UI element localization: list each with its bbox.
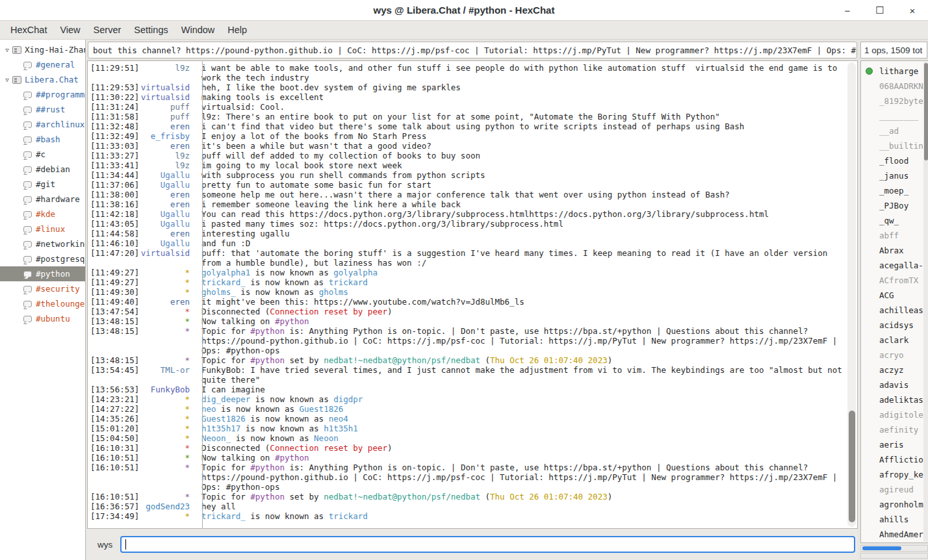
server-row[interactable]: ▽Xing-Hai-Zhan	[0, 42, 85, 57]
message-row: [11:49:27]*trickard_ is now known as tri…	[88, 277, 857, 287]
user-row[interactable]: _flood	[861, 153, 928, 168]
user-row[interactable]: ________	[861, 108, 928, 123]
user-row[interactable]: AhmedAmer	[861, 527, 928, 542]
message-text: I enjoy a lot of the books from No Starh…	[201, 131, 426, 141]
user-nick: aeris	[879, 440, 904, 450]
user-row[interactable]: ACG	[861, 288, 928, 303]
message-nick: virtualsid	[137, 83, 195, 92]
message-link[interactable]: https://docs.python.org/3/library/subpro…	[289, 209, 769, 219]
channel-icon	[23, 92, 32, 98]
user-row[interactable]: _qw_	[861, 213, 928, 228]
menu-server[interactable]: Server	[87, 25, 128, 35]
timestamp: [13:48:15]	[88, 326, 137, 336]
menu-settings[interactable]: Settings	[127, 25, 174, 35]
channel-row-c[interactable]: #c	[0, 147, 85, 162]
user-row[interactable]: adeliktas	[861, 392, 928, 407]
userlist-scrollbar-thumb[interactable]	[924, 63, 928, 160]
user-row[interactable]: _moep_	[861, 183, 928, 198]
minimize-icon[interactable]: −	[841, 5, 854, 16]
user-row[interactable]: adigitole	[861, 407, 928, 422]
user-row[interactable]: afropy_ke	[861, 467, 928, 482]
userlist-hscrollbar[interactable]	[860, 545, 928, 552]
timestamp: [16:10:51]	[88, 453, 137, 463]
channel-icon	[23, 286, 32, 292]
user-row[interactable]: acidsys	[861, 318, 928, 333]
user-row[interactable]: acegalla-	[861, 258, 928, 273]
user-row[interactable]: _janus	[861, 168, 928, 183]
channel-row-archlinux[interactable]: #archlinux	[0, 117, 85, 132]
message-text: h1t35h17	[201, 424, 240, 433]
message-link[interactable]: https://www.youtube.com/watch?v=Jd8ulMb6…	[314, 297, 524, 307]
timestamp: [11:33:41]	[88, 160, 137, 170]
channel-row-bash[interactable]: #bash	[0, 132, 85, 147]
user-row[interactable]: agronholm	[861, 497, 928, 512]
user-row[interactable]: acryo	[861, 348, 928, 363]
channel-row-debian[interactable]: #debian	[0, 162, 85, 177]
message-row: [11:49:30]*gholms_ is now known as gholm…	[88, 287, 857, 297]
menu-window[interactable]: Window	[175, 25, 222, 35]
channel-row-kde[interactable]: #kde	[0, 207, 85, 222]
maximize-icon[interactable]: ☐	[873, 5, 886, 16]
user-row[interactable]: ACfromTX	[861, 273, 928, 288]
message-row: [11:34:44]Ugalluwith subprocess you run …	[88, 170, 857, 180]
topic-bar[interactable]: bout this channel? https://pound-python.…	[88, 42, 857, 58]
channel-row-git[interactable]: #git	[0, 177, 85, 192]
channel-row-general[interactable]: #general	[0, 57, 85, 72]
user-row[interactable]: litharge	[861, 64, 928, 79]
message-body: neo is now known as Guest1826	[195, 404, 857, 414]
message-body: heh, I like the boot.dev system of givin…	[195, 83, 857, 92]
message-input[interactable]	[120, 536, 855, 553]
channel-row-postgresql[interactable]: #postgresql	[0, 251, 85, 266]
message-nick: *	[137, 277, 195, 287]
bottom-scrollbar-track[interactable]	[860, 553, 928, 559]
user-row[interactable]: achilleas	[861, 303, 928, 318]
user-row[interactable]: agireud	[861, 482, 928, 497]
channel-row-security[interactable]: #security	[0, 281, 85, 296]
user-row[interactable]: aczyz	[861, 363, 928, 377]
close-icon[interactable]: ×	[906, 5, 919, 16]
user-row[interactable]: __builtin	[861, 138, 928, 153]
message-link[interactable]: https://docs.python.org/3/library/subpro…	[324, 219, 563, 229]
menu-help[interactable]: Help	[221, 25, 253, 35]
user-row[interactable]: aefinity	[861, 422, 928, 437]
user-row[interactable]: _8192byte	[861, 94, 928, 108]
channel-row-programmi[interactable]: ##programmi	[0, 87, 85, 102]
expander-icon[interactable]: ▽	[2, 77, 12, 83]
user-row[interactable]: adavis	[861, 377, 928, 392]
userlist-hscrollbar-thumb[interactable]	[862, 546, 901, 550]
user-row[interactable]: ahills	[861, 512, 928, 527]
message-nick: *	[137, 433, 195, 443]
tree-label: #general	[36, 60, 75, 70]
user-row[interactable]: aeris	[861, 437, 928, 452]
channel-row-rust[interactable]: ##rust	[0, 102, 85, 117]
channel-row-thelounge[interactable]: #thelounge	[0, 296, 85, 311]
input-row: wys	[87, 529, 858, 560]
menu-view[interactable]: View	[53, 25, 86, 35]
timestamp: [15:01:20]	[88, 424, 137, 433]
user-row[interactable]: 068AADRKN	[861, 79, 928, 94]
message-body: interesting ugallu	[195, 229, 857, 238]
chat-scrollbar[interactable]	[847, 62, 856, 527]
channel-row-networking[interactable]: #networking	[0, 236, 85, 251]
message-text: )	[608, 355, 613, 365]
user-nick: ACG	[879, 290, 894, 300]
user-row[interactable]: _PJBoy	[861, 198, 928, 213]
channel-row-linux[interactable]: #linux	[0, 222, 85, 236]
user-row[interactable]: __ad	[861, 123, 928, 138]
menu-hexchat[interactable]: HexChat	[4, 25, 53, 35]
user-row[interactable]: aclark	[861, 333, 928, 348]
center-pane: bout this channel? https://pound-python.…	[86, 40, 859, 560]
channel-row-python[interactable]: #python	[0, 266, 85, 281]
expander-icon[interactable]: ▽	[2, 47, 12, 53]
message-row: [14:35:26]*Guest1826 is now known as neo…	[88, 414, 857, 424]
channel-row-ubuntu[interactable]: #ubuntu	[0, 311, 85, 326]
user-row[interactable]: Abrax	[861, 243, 928, 258]
message-body: Topic for #python is: Anything Python is…	[195, 463, 857, 492]
server-row[interactable]: ▽Libera.Chat	[0, 72, 85, 87]
channel-row-hardware[interactable]: #hardware	[0, 192, 85, 207]
user-row[interactable]: abff	[861, 228, 928, 243]
userlist-scrollbar[interactable]	[923, 62, 928, 542]
message-text: trickard	[329, 511, 368, 521]
user-row[interactable]: Afflictio	[861, 452, 928, 467]
chat-scrollbar-thumb[interactable]	[849, 411, 855, 522]
